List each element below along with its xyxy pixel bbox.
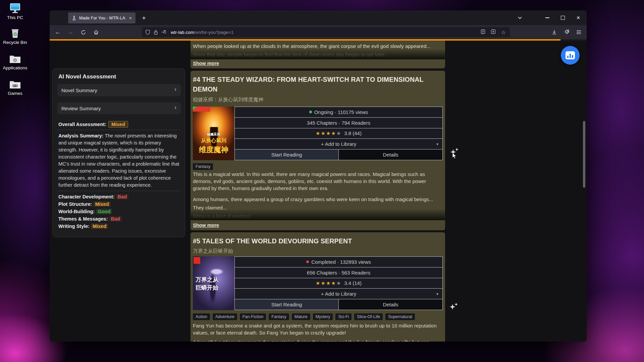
novel-info-table: Completed · 132893 views 656 Chapters · …	[234, 256, 443, 310]
accordion-novel-summary[interactable]: Novel Summary ›	[57, 84, 181, 96]
menu-hamburger-icon[interactable]	[573, 27, 584, 38]
accordion-label: Novel Summary	[61, 87, 97, 93]
add-to-library-row[interactable]: + Add to Library ▾	[235, 288, 442, 299]
category-value: Bad	[116, 194, 128, 199]
genre-chip[interactable]: Fantasy	[269, 313, 289, 320]
applications-folder-icon: ⚙	[9, 54, 21, 64]
views-text: · 110175 views	[335, 109, 368, 115]
sparkle-small-icon	[454, 303, 458, 306]
analysis-summary: Analysis Summary: The novel presents an …	[58, 132, 181, 189]
novel-title[interactable]: #4 THE STEADY WIZARD: FROM HEART-SWITCH …	[193, 75, 431, 94]
novel-cover[interactable]: 稳健巫师 从换心鼠到 维度魔神	[193, 107, 234, 160]
browser-tab[interactable]: Made For You - WTR-LAB ×	[68, 12, 136, 23]
description-line: When people looked up at the clouds in t…	[193, 43, 443, 50]
forward-button[interactable]: →	[65, 27, 76, 38]
reload-button[interactable]	[78, 27, 89, 38]
desktop-icon-recycle-bin[interactable]: ♻ Recycle Bin	[0, 27, 30, 45]
desktop: This PC ♻ Recycle Bin ⚙ Applications Gam…	[0, 0, 644, 362]
star-rating-icons: ★★★★★	[316, 280, 341, 286]
category-line: World-Building:Good	[58, 209, 112, 214]
url-host: wtr-lab.com	[171, 30, 194, 35]
show-more-link[interactable]: Show more	[193, 61, 219, 66]
tab-close-icon[interactable]: ×	[127, 15, 133, 21]
reader-mode-icon[interactable]	[481, 29, 485, 36]
start-reading-button[interactable]: Start Reading	[235, 149, 339, 160]
new-tab-button[interactable]: +	[140, 14, 148, 22]
rating-text: 3.4 (14)	[344, 280, 362, 286]
category-line: Writing Style:Mixed	[58, 224, 108, 229]
genre-chip[interactable]: Action	[193, 313, 210, 320]
desktop-icon-applications[interactable]: ⚙ Applications	[0, 54, 30, 70]
dropdown-caret-icon[interactable]: ▾	[436, 142, 438, 146]
page-content: AI Novel Assessment Novel Summary › Revi…	[50, 41, 587, 342]
bookmark-star-icon[interactable]: ☆	[501, 29, 506, 36]
star-rating-icons: ★★★★★	[316, 130, 341, 136]
genre-chip[interactable]: Fan-Fiction	[240, 313, 266, 320]
desktop-icon-games[interactable]: Games	[0, 79, 30, 96]
genre-tags: ActionAdventureFan-FictionFantasyMatureM…	[193, 313, 418, 320]
url-bar[interactable]: wtr-lab.com/en/for-you?page=1 ☆	[142, 27, 510, 37]
extensions-puzzle-icon[interactable]	[561, 27, 572, 38]
chapters-row: 345 Chapters · 794 Readers	[235, 117, 442, 128]
floating-stats-button[interactable]	[561, 46, 580, 65]
desktop-icon-label: This PC	[0, 15, 30, 20]
genre-chip[interactable]: Mystery	[313, 313, 333, 320]
downloads-button[interactable]	[549, 27, 559, 38]
home-button[interactable]	[91, 27, 101, 38]
mouse-cursor	[452, 153, 458, 159]
cover-text: 万界之从	[193, 276, 234, 284]
genre-chip[interactable]: Mature	[292, 313, 310, 320]
status-row: Ongoing · 110175 views	[235, 107, 442, 117]
sparkle-small-icon	[455, 148, 459, 151]
tab-list-chevron-button[interactable]	[513, 12, 527, 23]
accordion-label: Review Summary	[61, 106, 101, 111]
description-paragraph: Fang Yun has become a snake and got a sy…	[193, 322, 443, 336]
genre-chip[interactable]: Adventure	[213, 313, 237, 320]
cover-text: 维度魔神	[193, 145, 234, 155]
genre-chip[interactable]: Supernatural	[385, 313, 415, 320]
status-text: Ongoing	[314, 109, 333, 115]
publisher-badge	[194, 257, 200, 264]
desktop-icon-label: Recycle Bin	[0, 40, 30, 45]
permissions-icon[interactable]	[161, 30, 167, 34]
rating-text: 3.8 (44)	[344, 130, 362, 136]
bar-chart-icon	[566, 51, 575, 59]
chevron-right-icon: ›	[174, 86, 176, 93]
dropdown-caret-icon[interactable]: ▾	[436, 292, 438, 296]
page-scrollbar-thumb[interactable]	[583, 121, 585, 188]
genre-chip[interactable]: Fantasy	[193, 163, 213, 170]
add-to-library-row[interactable]: + Add to Library ▾	[235, 138, 442, 149]
category-line: Themes & Messages:Bad	[58, 216, 122, 222]
chapters-readers-text: 656 Chapters · 563 Readers	[307, 270, 370, 276]
panel-title: AI Novel Assessment	[58, 73, 116, 80]
cover-text: 巨蟒开始	[193, 284, 234, 292]
novel-cover[interactable]: 万界之从 巨蟒开始	[193, 256, 234, 310]
analysis-text: The novel presents an interesting and un…	[58, 133, 179, 188]
details-button[interactable]: Details	[339, 299, 442, 310]
ai-sparkle-button[interactable]	[448, 301, 460, 314]
back-button[interactable]: ←	[52, 27, 63, 38]
novel-subtitle-cn: 万界之从巨蟒开始	[193, 248, 233, 254]
genre-chip[interactable]: Slice-Of-Life	[354, 313, 383, 320]
svg-text:⚙: ⚙	[13, 57, 17, 63]
novel-title[interactable]: #5 TALES OF THE WORLD DEVOURING SERPENT	[193, 236, 431, 246]
close-button[interactable]: ×	[571, 12, 585, 23]
minimize-button[interactable]	[540, 12, 554, 23]
category-value: Mixed	[94, 201, 111, 207]
show-more-link[interactable]: Show more	[193, 223, 219, 228]
details-button[interactable]: Details	[339, 149, 442, 160]
desktop-icon-this-pc[interactable]: This PC	[0, 3, 30, 20]
novel-card-4: #4 THE STEADY WIZARD: FROM HEART-SWITCH …	[191, 71, 445, 230]
start-reading-button[interactable]: Start Reading	[235, 299, 339, 310]
accordion-review-summary[interactable]: Review Summary ›	[57, 102, 181, 114]
tracking-shield-icon[interactable]	[145, 29, 150, 35]
description-paragraph: They claimed...	[193, 204, 443, 211]
save-page-icon[interactable]	[491, 29, 496, 36]
tab-bar: Made For You - WTR-LAB × + ×	[50, 10, 587, 25]
lock-icon[interactable]	[154, 30, 158, 35]
genre-chip[interactable]: Sci-Fi	[335, 313, 352, 320]
status-row: Completed · 132893 views	[235, 257, 442, 267]
maximize-button[interactable]	[556, 12, 570, 23]
browser-window: Made For You - WTR-LAB × + × ← →	[50, 10, 587, 342]
add-to-library-label: + Add to Library	[321, 141, 356, 147]
